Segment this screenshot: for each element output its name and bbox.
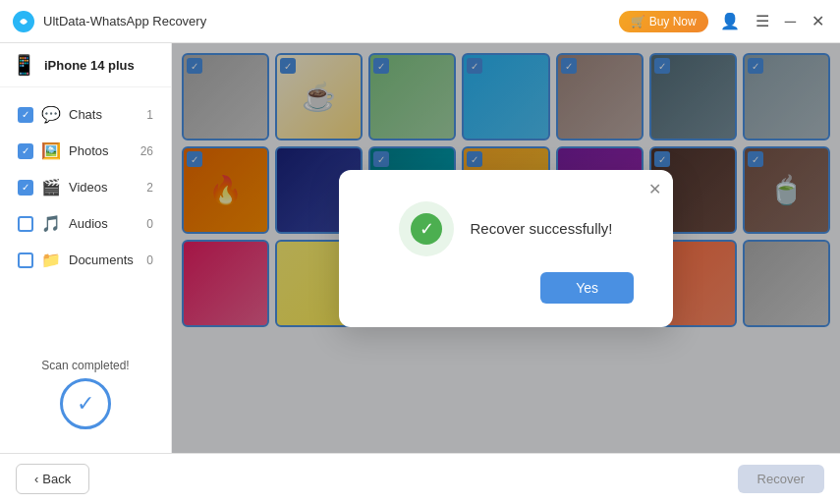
title-bar-actions: 🛒 Buy Now 👤 ☰ ─ ✕: [619, 10, 828, 32]
app-title: UltData-WhatsApp Recovery: [43, 14, 619, 28]
nav-label-audios: Audios: [69, 216, 139, 231]
modal-content: ✓ Recover successfully!: [399, 201, 612, 256]
nav-label-photos: Photos: [69, 143, 133, 158]
close-button[interactable]: ✕: [808, 10, 828, 32]
app-logo-icon: [12, 10, 35, 33]
checkbox-audios[interactable]: [18, 216, 33, 232]
checkbox-documents[interactable]: [18, 252, 33, 268]
recover-button[interactable]: Recover: [738, 465, 824, 493]
account-icon-button[interactable]: 👤: [716, 10, 744, 32]
nav-icon-documents: 📁: [41, 251, 61, 269]
sidebar-item-chats[interactable]: ✓ 💬 Chats 1: [6, 97, 165, 132]
nav-label-documents: Documents: [69, 252, 139, 267]
checkbox-photos[interactable]: ✓: [18, 143, 33, 159]
sidebar-nav: ✓ 💬 Chats 1 ✓ 🖼️ Photos 26 ✓ 🎬 Videos 2 …: [0, 87, 171, 347]
back-chevron-icon: ‹: [34, 472, 38, 486]
nav-count-audios: 0: [146, 217, 153, 231]
scan-completed-section: Scan completed! ✓: [0, 347, 171, 441]
device-icon: 📱: [12, 53, 36, 77]
nav-label-videos: Videos: [69, 180, 139, 195]
device-name: iPhone 14 plus: [44, 58, 135, 73]
nav-count-documents: 0: [146, 253, 153, 267]
yes-button[interactable]: Yes: [540, 272, 634, 304]
sidebar: 📱 iPhone 14 plus ✓ 💬 Chats 1 ✓ 🖼️ Photos…: [0, 43, 172, 453]
nav-icon-videos: 🎬: [41, 178, 61, 196]
checkbox-chats[interactable]: ✓: [18, 107, 33, 123]
main-layout: 📱 iPhone 14 plus ✓ 💬 Chats 1 ✓ 🖼️ Photos…: [0, 43, 840, 453]
menu-icon-button[interactable]: ☰: [752, 10, 773, 32]
nav-icon-chats: 💬: [41, 105, 61, 124]
minimize-button[interactable]: ─: [781, 11, 800, 32]
bottom-bar: ‹ Back Recover: [0, 453, 840, 504]
modal-overlay: ✕ ✓ Recover successfully! Yes: [172, 43, 840, 453]
nav-count-videos: 2: [146, 181, 153, 195]
sidebar-item-audios[interactable]: 🎵 Audios 0: [6, 206, 165, 241]
device-item: 📱 iPhone 14 plus: [0, 43, 171, 87]
back-button[interactable]: ‹ Back: [16, 464, 89, 494]
success-icon-wrap: ✓: [399, 201, 454, 256]
check-icon: ✓: [411, 213, 442, 245]
title-bar: UltData-WhatsApp Recovery 🛒 Buy Now 👤 ☰ …: [0, 0, 840, 43]
sidebar-item-videos[interactable]: ✓ 🎬 Videos 2: [6, 170, 165, 204]
sidebar-item-documents[interactable]: 📁 Documents 0: [6, 243, 165, 277]
nav-label-chats: Chats: [69, 107, 139, 122]
scan-completed-label: Scan completed!: [41, 359, 129, 372]
nav-count-chats: 1: [146, 108, 153, 122]
checkbox-videos[interactable]: ✓: [18, 180, 33, 196]
sidebar-item-photos[interactable]: ✓ 🖼️ Photos 26: [6, 134, 165, 168]
modal-message: Recover successfully!: [470, 220, 612, 237]
nav-icon-photos: 🖼️: [41, 141, 61, 160]
success-dialog: ✕ ✓ Recover successfully! Yes: [339, 170, 673, 327]
nav-icon-audios: 🎵: [41, 214, 61, 233]
modal-close-button[interactable]: ✕: [648, 180, 661, 198]
buy-now-button[interactable]: 🛒 Buy Now: [619, 11, 708, 32]
content-area: ✓ ☕ ✓ ✓ ✓ ✓ ✓ ✓ 🔥 ✓ ✓ ✓ ✓ 🍵 ✓: [172, 43, 840, 453]
scan-circle: ✓: [60, 378, 111, 429]
cart-icon: 🛒: [631, 15, 645, 28]
nav-count-photos: 26: [140, 144, 153, 158]
